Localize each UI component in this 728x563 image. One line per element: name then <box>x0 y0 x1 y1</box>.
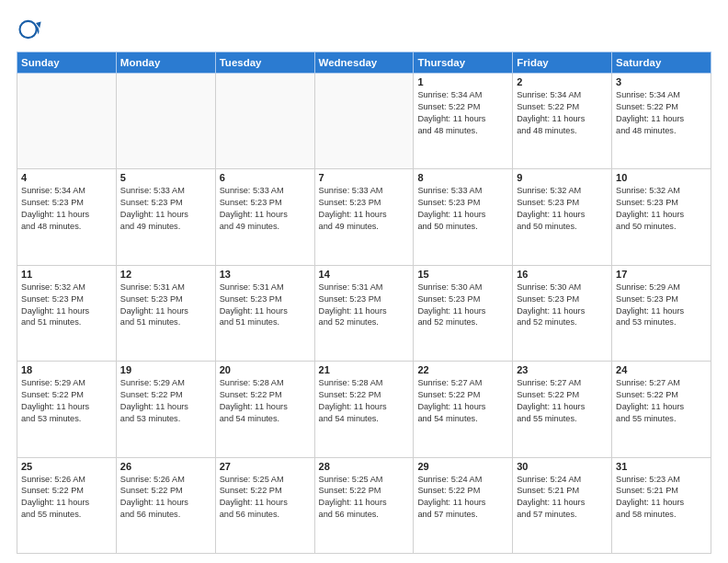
day-cell: 16Sunrise: 5:30 AMSunset: 5:23 PMDayligh… <box>513 265 612 361</box>
weekday-header-friday: Friday <box>513 52 612 74</box>
calendar-table: SundayMondayTuesdayWednesdayThursdayFrid… <box>17 52 711 554</box>
day-cell: 29Sunrise: 5:24 AMSunset: 5:22 PMDayligh… <box>414 457 513 553</box>
day-info: Sunrise: 5:27 AMSunset: 5:22 PMDaylight:… <box>517 377 608 425</box>
day-cell: 3Sunrise: 5:34 AMSunset: 5:22 PMDaylight… <box>612 74 711 169</box>
day-cell: 20Sunrise: 5:28 AMSunset: 5:22 PMDayligh… <box>215 362 314 457</box>
day-info: Sunrise: 5:29 AMSunset: 5:22 PMDaylight:… <box>21 377 112 425</box>
week-row-5: 25Sunrise: 5:26 AMSunset: 5:22 PMDayligh… <box>17 457 711 553</box>
day-number: 7 <box>319 172 410 183</box>
day-number: 24 <box>616 364 707 375</box>
logo-icon <box>17 17 42 42</box>
day-number: 4 <box>21 172 112 183</box>
day-info: Sunrise: 5:34 AMSunset: 5:22 PMDaylight:… <box>417 89 508 137</box>
day-info: Sunrise: 5:28 AMSunset: 5:22 PMDaylight:… <box>220 377 311 425</box>
weekday-header-monday: Monday <box>116 52 215 74</box>
day-info: Sunrise: 5:33 AMSunset: 5:23 PMDaylight:… <box>120 185 211 233</box>
day-info: Sunrise: 5:31 AMSunset: 5:23 PMDaylight:… <box>120 282 211 329</box>
day-info: Sunrise: 5:31 AMSunset: 5:23 PMDaylight:… <box>319 282 410 329</box>
day-cell: 18Sunrise: 5:29 AMSunset: 5:22 PMDayligh… <box>17 362 117 457</box>
day-info: Sunrise: 5:26 AMSunset: 5:22 PMDaylight:… <box>21 474 112 522</box>
day-info: Sunrise: 5:28 AMSunset: 5:22 PMDaylight:… <box>319 377 410 425</box>
day-info: Sunrise: 5:33 AMSunset: 5:23 PMDaylight:… <box>319 185 410 233</box>
day-number: 14 <box>319 269 410 280</box>
day-number: 23 <box>517 364 608 375</box>
day-cell: 1Sunrise: 5:34 AMSunset: 5:22 PMDaylight… <box>414 74 513 169</box>
day-cell: 10Sunrise: 5:32 AMSunset: 5:23 PMDayligh… <box>612 169 711 265</box>
day-number: 1 <box>417 76 508 87</box>
day-cell: 9Sunrise: 5:32 AMSunset: 5:23 PMDaylight… <box>513 169 612 265</box>
weekday-header-row: SundayMondayTuesdayWednesdayThursdayFrid… <box>17 52 711 74</box>
day-info: Sunrise: 5:24 AMSunset: 5:22 PMDaylight:… <box>417 474 508 522</box>
day-cell <box>314 74 414 169</box>
day-info: Sunrise: 5:33 AMSunset: 5:23 PMDaylight:… <box>417 185 508 233</box>
day-info: Sunrise: 5:29 AMSunset: 5:23 PMDaylight:… <box>616 282 707 329</box>
day-cell: 12Sunrise: 5:31 AMSunset: 5:23 PMDayligh… <box>116 265 215 361</box>
day-info: Sunrise: 5:32 AMSunset: 5:23 PMDaylight:… <box>616 185 707 233</box>
day-cell: 21Sunrise: 5:28 AMSunset: 5:22 PMDayligh… <box>314 362 414 457</box>
day-number: 13 <box>220 269 311 280</box>
day-number: 29 <box>417 461 508 472</box>
day-cell: 26Sunrise: 5:26 AMSunset: 5:22 PMDayligh… <box>116 457 215 553</box>
weekday-header-tuesday: Tuesday <box>215 52 314 74</box>
day-info: Sunrise: 5:32 AMSunset: 5:23 PMDaylight:… <box>517 185 608 233</box>
day-cell: 25Sunrise: 5:26 AMSunset: 5:22 PMDayligh… <box>17 457 117 553</box>
day-cell: 30Sunrise: 5:24 AMSunset: 5:21 PMDayligh… <box>513 457 612 553</box>
day-cell: 2Sunrise: 5:34 AMSunset: 5:22 PMDaylight… <box>513 74 612 169</box>
svg-point-0 <box>20 21 37 38</box>
day-info: Sunrise: 5:34 AMSunset: 5:23 PMDaylight:… <box>21 185 112 233</box>
day-number: 6 <box>220 172 311 183</box>
day-number: 16 <box>517 269 608 280</box>
day-info: Sunrise: 5:27 AMSunset: 5:22 PMDaylight:… <box>616 377 707 425</box>
day-info: Sunrise: 5:30 AMSunset: 5:23 PMDaylight:… <box>417 282 508 329</box>
day-number: 28 <box>319 461 410 472</box>
day-cell: 5Sunrise: 5:33 AMSunset: 5:23 PMDaylight… <box>116 169 215 265</box>
day-cell: 24Sunrise: 5:27 AMSunset: 5:22 PMDayligh… <box>612 362 711 457</box>
day-cell: 28Sunrise: 5:25 AMSunset: 5:22 PMDayligh… <box>314 457 414 553</box>
day-number: 27 <box>220 461 311 472</box>
day-number: 30 <box>517 461 608 472</box>
day-number: 12 <box>120 269 211 280</box>
day-info: Sunrise: 5:33 AMSunset: 5:23 PMDaylight:… <box>220 185 311 233</box>
day-cell: 22Sunrise: 5:27 AMSunset: 5:22 PMDayligh… <box>414 362 513 457</box>
day-cell: 15Sunrise: 5:30 AMSunset: 5:23 PMDayligh… <box>414 265 513 361</box>
day-number: 8 <box>417 172 508 183</box>
day-number: 9 <box>517 172 608 183</box>
day-info: Sunrise: 5:26 AMSunset: 5:22 PMDaylight:… <box>120 474 211 522</box>
day-number: 31 <box>616 461 707 472</box>
day-number: 25 <box>21 461 112 472</box>
day-number: 11 <box>21 269 112 280</box>
day-cell: 14Sunrise: 5:31 AMSunset: 5:23 PMDayligh… <box>314 265 414 361</box>
day-cell: 23Sunrise: 5:27 AMSunset: 5:22 PMDayligh… <box>513 362 612 457</box>
day-number: 18 <box>21 364 112 375</box>
day-cell <box>215 74 314 169</box>
day-cell: 17Sunrise: 5:29 AMSunset: 5:23 PMDayligh… <box>612 265 711 361</box>
day-number: 26 <box>120 461 211 472</box>
header <box>17 17 711 42</box>
week-row-3: 11Sunrise: 5:32 AMSunset: 5:23 PMDayligh… <box>17 265 711 361</box>
day-cell: 19Sunrise: 5:29 AMSunset: 5:22 PMDayligh… <box>116 362 215 457</box>
day-cell: 7Sunrise: 5:33 AMSunset: 5:23 PMDaylight… <box>314 169 414 265</box>
day-info: Sunrise: 5:34 AMSunset: 5:22 PMDaylight:… <box>616 89 707 137</box>
day-cell: 11Sunrise: 5:32 AMSunset: 5:23 PMDayligh… <box>17 265 117 361</box>
weekday-header-saturday: Saturday <box>612 52 711 74</box>
day-info: Sunrise: 5:27 AMSunset: 5:22 PMDaylight:… <box>417 377 508 425</box>
day-info: Sunrise: 5:25 AMSunset: 5:22 PMDaylight:… <box>319 474 410 522</box>
logo <box>17 17 46 42</box>
day-info: Sunrise: 5:29 AMSunset: 5:22 PMDaylight:… <box>120 377 211 425</box>
day-cell <box>17 74 117 169</box>
weekday-header-wednesday: Wednesday <box>314 52 414 74</box>
day-number: 20 <box>220 364 311 375</box>
weekday-header-thursday: Thursday <box>414 52 513 74</box>
day-info: Sunrise: 5:24 AMSunset: 5:21 PMDaylight:… <box>517 474 608 522</box>
day-info: Sunrise: 5:30 AMSunset: 5:23 PMDaylight:… <box>517 282 608 329</box>
week-row-4: 18Sunrise: 5:29 AMSunset: 5:22 PMDayligh… <box>17 362 711 457</box>
day-cell: 27Sunrise: 5:25 AMSunset: 5:22 PMDayligh… <box>215 457 314 553</box>
day-number: 21 <box>319 364 410 375</box>
day-cell: 13Sunrise: 5:31 AMSunset: 5:23 PMDayligh… <box>215 265 314 361</box>
day-cell: 8Sunrise: 5:33 AMSunset: 5:23 PMDaylight… <box>414 169 513 265</box>
day-cell <box>116 74 215 169</box>
day-number: 17 <box>616 269 707 280</box>
week-row-2: 4Sunrise: 5:34 AMSunset: 5:23 PMDaylight… <box>17 169 711 265</box>
day-cell: 31Sunrise: 5:23 AMSunset: 5:21 PMDayligh… <box>612 457 711 553</box>
day-cell: 4Sunrise: 5:34 AMSunset: 5:23 PMDaylight… <box>17 169 117 265</box>
